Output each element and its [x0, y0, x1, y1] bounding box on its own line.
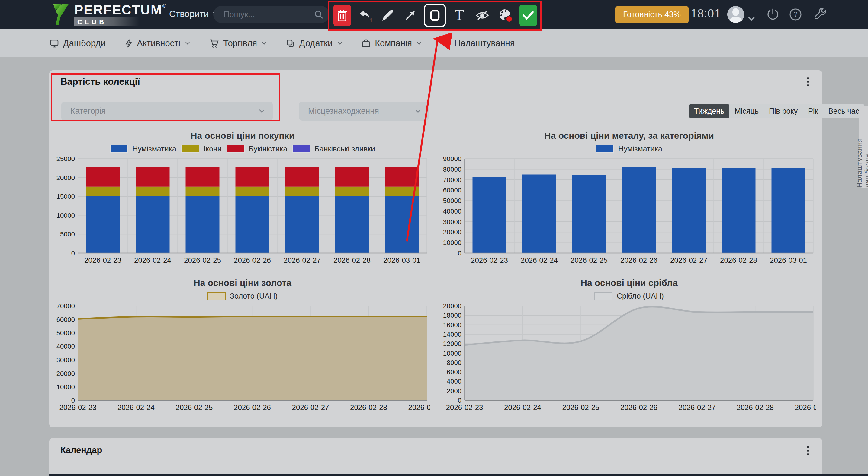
svg-text:2026-02-26: 2026-02-26 [620, 403, 657, 411]
calendar-menu-button[interactable] [802, 444, 814, 457]
calendar-widget: Календар [49, 438, 823, 476]
svg-text:70000: 70000 [57, 302, 75, 310]
avatar-chevron-icon[interactable] [748, 12, 755, 25]
logout-icon[interactable] [766, 8, 779, 21]
svg-text:2026-03-01: 2026-03-01 [408, 403, 430, 411]
search-input[interactable]: Пошук... [213, 6, 329, 23]
legend-swatch [596, 145, 614, 153]
svg-text:90000: 90000 [443, 155, 462, 163]
location-dropdown[interactable]: Місцезнаходження [299, 102, 429, 121]
svg-text:30000: 30000 [57, 356, 75, 364]
dashboard-icon [50, 39, 59, 48]
chart-metal-price: На основі ціни металу, за категоріями Ну… [442, 129, 816, 268]
svg-text:2026-02-26: 2026-02-26 [234, 256, 271, 264]
svg-text:2026-03-01: 2026-03-01 [770, 256, 807, 264]
chart-legend: Срібло (UAH) [442, 290, 816, 302]
svg-text:16000: 16000 [443, 321, 462, 329]
svg-text:2026-02-24: 2026-02-24 [521, 256, 558, 264]
readiness-badge[interactable]: Готовність 43% [615, 6, 689, 23]
company-icon [362, 39, 371, 48]
nav-item-activities[interactable]: Активності [125, 38, 190, 48]
svg-text:2026-02-27: 2026-02-27 [670, 256, 707, 264]
avatar[interactable] [727, 6, 744, 23]
svg-text:20000: 20000 [443, 302, 462, 310]
svg-text:?: ? [794, 10, 797, 19]
svg-text:2026-03-01: 2026-03-01 [383, 256, 421, 264]
user-silhouette-icon [727, 6, 744, 23]
widget-menu-button[interactable] [802, 75, 814, 89]
tools-icon[interactable] [814, 8, 827, 21]
create-button[interactable]: Створити [169, 9, 219, 19]
chart-legend: Нумізматика [442, 142, 816, 155]
chevron-down-icon [415, 109, 421, 113]
chart-title: На основі ціни золота [55, 276, 430, 290]
svg-text:2026-02-23: 2026-02-23 [60, 403, 97, 411]
svg-text:10000: 10000 [57, 383, 75, 390]
svg-text:12000: 12000 [443, 340, 462, 347]
chevron-down-icon [262, 42, 267, 45]
brand-name: PERFECTUM [74, 2, 162, 17]
svg-text:40000: 40000 [443, 207, 462, 215]
settings-icon [441, 39, 450, 48]
svg-text:2026-02-26: 2026-02-26 [234, 403, 271, 411]
help-icon[interactable]: ? [789, 8, 802, 21]
svg-text:50000: 50000 [443, 197, 462, 205]
registered-mark: ® [162, 3, 166, 9]
chevron-down-icon [185, 42, 190, 45]
svg-text:2026-02-27: 2026-02-27 [292, 403, 329, 411]
legend-swatch [292, 145, 310, 153]
svg-text:2026-02-27: 2026-02-27 [679, 403, 716, 411]
legend-swatch [208, 292, 226, 300]
nav-item-settings[interactable]: Налаштування [441, 38, 515, 48]
legend-swatch [181, 145, 199, 153]
nav-item-apps[interactable]: Додатки [286, 38, 342, 48]
svg-text:2026-02-26: 2026-02-26 [620, 256, 657, 264]
app-screen: PERFECTUM® CLUB Створити Пошук... Готовн… [0, 0, 868, 476]
svg-text:4000: 4000 [447, 378, 462, 385]
svg-text:2026-02-27: 2026-02-27 [284, 256, 321, 264]
bottom-bar [49, 474, 868, 476]
area-plot: 0200040006000800010000120001400016000180… [442, 302, 816, 415]
svg-text:50000: 50000 [57, 329, 75, 337]
nav-item-company[interactable]: Компанія [362, 38, 422, 48]
range-week[interactable]: Тиждень [689, 104, 730, 118]
logo-mark-icon [51, 3, 70, 26]
svg-text:18000: 18000 [443, 312, 462, 319]
cart-icon [209, 39, 219, 48]
svg-text:2026-02-24: 2026-02-24 [134, 256, 171, 264]
annotation-box-toolbar [328, 1, 541, 31]
svg-text:60000: 60000 [443, 186, 462, 194]
svg-text:10000: 10000 [443, 239, 462, 246]
search-icon [314, 10, 323, 19]
dashboard-settings-tab[interactable]: Налаштування дашборда [859, 106, 868, 188]
svg-text:2026-02-25: 2026-02-25 [184, 256, 221, 264]
apps-icon [286, 39, 295, 48]
svg-text:80000: 80000 [443, 166, 462, 173]
svg-text:0: 0 [458, 249, 462, 257]
nav-item-trade[interactable]: Торгівля [209, 38, 267, 48]
svg-text:60000: 60000 [57, 316, 75, 324]
nav-item-dashboards[interactable]: Дашборди [50, 38, 105, 48]
range-month[interactable]: Місяць [730, 104, 764, 118]
search-placeholder: Пошук... [223, 10, 314, 19]
range-halfyear[interactable]: Пів року [764, 104, 803, 118]
svg-text:25000: 25000 [57, 155, 75, 163]
svg-text:20000: 20000 [443, 228, 462, 236]
svg-text:2026-02-28: 2026-02-28 [737, 403, 774, 411]
svg-text:2026-02-28: 2026-02-28 [350, 403, 387, 411]
svg-text:2026-02-25: 2026-02-25 [562, 403, 599, 411]
chevron-down-icon [337, 42, 342, 45]
svg-text:2026-02-28: 2026-02-28 [334, 256, 371, 264]
chart-gold-price: На основі ціни золота Золото (UAH) 01000… [55, 276, 430, 415]
chart-title: На основі ціни покупки [55, 129, 430, 142]
legend-swatch [110, 145, 128, 153]
bar-plot: 0100002000030000400005000060000700008000… [442, 155, 816, 268]
svg-text:10000: 10000 [57, 212, 75, 219]
main-nav: Дашборди Активності Торгівля Додатки Ком… [0, 29, 868, 57]
svg-text:20000: 20000 [57, 370, 75, 377]
range-year[interactable]: Рік [803, 104, 823, 118]
svg-text:2026-02-24: 2026-02-24 [504, 403, 541, 411]
brand-sub: CLUB [74, 18, 139, 26]
brand-logo[interactable]: PERFECTUM® CLUB [51, 3, 166, 26]
legend-swatch [226, 145, 245, 153]
